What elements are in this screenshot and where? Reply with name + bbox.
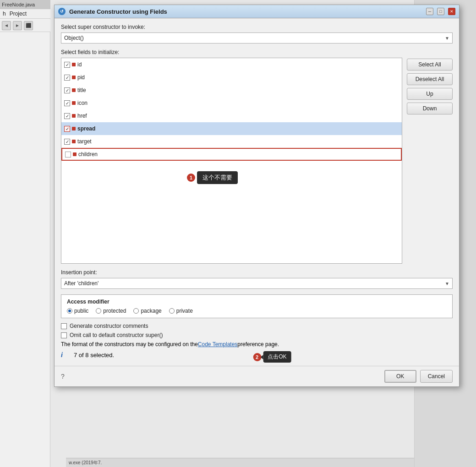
fields-section: ✓ id ✓ pid ✓ title <box>61 58 453 264</box>
dialog-titlebar: ↺ Generate Constructor using Fields ─ □ … <box>55 5 459 18</box>
checkbox-gen-comments-label: Generate constructor comments <box>70 323 148 329</box>
annotation-text-2: 点击OK <box>268 353 286 360</box>
field-checkbox-target[interactable]: ✓ <box>64 139 70 145</box>
field-name-children: children <box>78 151 98 157</box>
annotation-text-1: 这个不需要 <box>202 174 232 181</box>
annotation-1-wrapper: 1 这个不需要 <box>187 171 238 184</box>
annotation-tooltip-1: 这个不需要 <box>197 171 238 184</box>
access-modifier-section: Access modifier public protected package <box>61 294 453 318</box>
deselect-all-button[interactable]: Deselect All <box>407 73 453 85</box>
fields-list[interactable]: ✓ id ✓ pid ✓ title <box>61 58 402 264</box>
down-button[interactable]: Down <box>407 103 453 114</box>
maximize-button[interactable]: □ <box>437 8 444 15</box>
checkbox-gen-comments-row: Generate constructor comments <box>61 323 453 329</box>
insertion-point-dropdown-row: After 'children' ▼ <box>61 278 453 289</box>
up-button[interactable]: Up <box>407 88 453 100</box>
radio-protected[interactable]: protected <box>96 308 126 314</box>
info-text-post: preference page. <box>237 341 279 348</box>
field-name-spread: spread <box>77 125 95 132</box>
field-item-pid[interactable]: ✓ pid <box>61 71 402 84</box>
dropdown-arrow-icon: ▼ <box>445 36 449 41</box>
dialog-title-icon: ↺ <box>58 8 66 15</box>
insertion-point-value: After 'children' <box>64 280 98 287</box>
super-constructor-dropdown[interactable]: Object() ▼ <box>61 33 453 43</box>
insertion-point-dropdown[interactable]: After 'children' ▼ <box>61 278 453 289</box>
info-text-pre: The format of the constructors may be co… <box>61 341 198 348</box>
checkbox-omit-super-row: Omit call to default constructor super() <box>61 332 453 338</box>
field-name-href: href <box>77 113 87 119</box>
field-icon-title <box>72 88 76 92</box>
select-all-button[interactable]: Select All <box>407 59 453 71</box>
field-icon-href <box>72 114 76 118</box>
close-button[interactable]: ✕ <box>448 8 455 15</box>
field-checkbox-pid[interactable]: ✓ <box>64 75 70 81</box>
field-checkbox-id[interactable]: ✓ <box>64 62 70 68</box>
field-item-href[interactable]: ✓ href <box>61 109 402 122</box>
field-icon-spread <box>72 127 76 130</box>
field-checkbox-icon[interactable]: ✓ <box>64 100 70 106</box>
annotation-2-wrapper: 2 点击OK <box>253 351 291 363</box>
radio-label-public: public <box>74 308 88 314</box>
dialog-title: Generate Constructor using Fields <box>69 8 422 15</box>
field-name-title: title <box>77 87 86 93</box>
field-item-icon[interactable]: ✓ icon <box>61 97 402 109</box>
field-item-children[interactable]: children <box>61 148 402 161</box>
radio-label-private: private <box>176 308 193 314</box>
field-item-spread[interactable]: ✓ spread <box>61 122 402 135</box>
access-modifier-title: Access modifier <box>67 299 447 305</box>
field-icon-pid <box>72 76 76 79</box>
info-icon: i <box>61 351 68 358</box>
help-icon[interactable]: ? <box>61 373 65 380</box>
radio-circle-private <box>169 308 175 314</box>
annotation-circle-1: 1 <box>187 174 195 182</box>
fields-buttons: Select All Deselect All Up Down <box>407 58 453 264</box>
dialog-footer: ? OK Cancel <box>55 366 459 386</box>
field-checkbox-title[interactable]: ✓ <box>64 87 70 93</box>
insertion-arrow-icon: ▼ <box>445 281 449 286</box>
checkbox-omit-super-label: Omit call to default constructor super() <box>70 332 163 338</box>
radio-circle-package <box>133 308 139 314</box>
field-item-target[interactable]: ✓ target <box>61 135 402 148</box>
super-constructor-value: Object() <box>64 35 84 41</box>
status-text: 7 of 8 selected. <box>74 352 114 358</box>
insertion-point-label: Insertion point: <box>61 269 453 276</box>
dialog-overlay: ↺ Generate Constructor using Fields ─ □ … <box>0 0 476 467</box>
radio-circle-public <box>67 308 72 314</box>
radio-private[interactable]: private <box>169 308 193 314</box>
field-name-pid: pid <box>77 74 85 81</box>
field-icon-icon <box>72 101 76 105</box>
annotation-tooltip-2: 点击OK <box>263 351 291 363</box>
field-icon-id <box>72 63 76 66</box>
checkbox-gen-comments[interactable] <box>61 323 67 329</box>
radio-group: public protected package private <box>67 308 447 314</box>
field-checkbox-href[interactable]: ✓ <box>64 113 70 119</box>
cancel-button[interactable]: Cancel <box>420 370 453 383</box>
field-name-target: target <box>77 138 92 145</box>
footer-wrapper: 2 点击OK ? OK Cancel <box>55 366 459 386</box>
radio-label-package: package <box>141 308 161 314</box>
super-constructor-dropdown-row: Object() ▼ <box>61 33 453 43</box>
field-icon-target <box>72 140 76 143</box>
annotation-2: 2 点击OK <box>253 351 291 363</box>
field-item-id[interactable]: ✓ id <box>61 58 402 71</box>
checkbox-omit-super[interactable] <box>61 332 67 338</box>
info-row: The format of the constructors may be co… <box>61 341 453 348</box>
radio-package[interactable]: package <box>133 308 161 314</box>
annotation-circle-2: 2 <box>253 353 261 361</box>
field-checkbox-children[interactable] <box>65 152 71 157</box>
field-checkbox-spread[interactable]: ✓ <box>64 126 70 132</box>
field-icon-children <box>73 152 77 156</box>
radio-label-protected: protected <box>103 308 126 314</box>
field-name-id: id <box>77 61 82 68</box>
insertion-section: Insertion point: After 'children' ▼ <box>61 269 453 289</box>
radio-public[interactable]: public <box>67 308 88 314</box>
dialog: ↺ Generate Constructor using Fields ─ □ … <box>54 5 460 387</box>
ok-button[interactable]: OK <box>384 370 416 383</box>
code-templates-link[interactable]: Code Templates <box>198 341 238 348</box>
field-name-icon: icon <box>77 100 88 106</box>
field-item-title[interactable]: ✓ title <box>61 84 402 97</box>
fields-label: Select fields to initialize: <box>61 49 453 55</box>
minimize-button[interactable]: ─ <box>426 8 433 15</box>
super-constructor-label: Select super constructor to invoke: <box>61 24 453 30</box>
dialog-body: Select super constructor to invoke: Obje… <box>55 18 459 366</box>
